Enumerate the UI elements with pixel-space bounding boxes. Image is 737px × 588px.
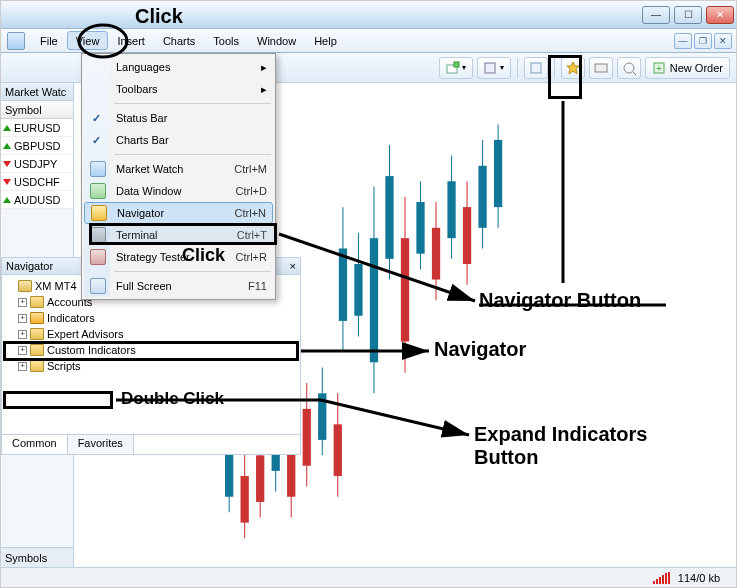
svg-rect-47 [225, 450, 233, 497]
tree-expand-button[interactable]: + [18, 346, 27, 355]
svg-point-6 [624, 63, 634, 73]
menu-item-full-screen[interactable]: Full ScreenF11 [84, 275, 273, 297]
menu-item-languages[interactable]: Languages▸ [84, 56, 273, 78]
market-watch-tab[interactable]: Symbols [1, 547, 73, 567]
menu-item-status-bar[interactable]: Status Bar [84, 107, 273, 129]
terminal-button[interactable] [589, 57, 613, 79]
menu-item-navigator[interactable]: NavigatorCtrl+N [84, 202, 273, 224]
market-watch-row[interactable]: GBPUSD [1, 137, 73, 155]
svg-rect-30 [354, 264, 362, 316]
navigator-title: Navigator [6, 260, 53, 272]
arrow-up-icon [3, 125, 11, 131]
menu-help[interactable]: Help [305, 29, 346, 52]
tree-item-custom-indicators[interactable]: +Custom Indicators [6, 342, 296, 358]
menu-item-label: Market Watch [116, 163, 183, 175]
tree-item-expert-advisors[interactable]: +Expert Advisors [6, 326, 296, 342]
market-watch-button[interactable] [524, 57, 548, 79]
maximize-button[interactable]: ☐ [674, 6, 702, 24]
new-order-button[interactable]: + New Order [645, 57, 730, 79]
svg-rect-5 [595, 64, 607, 72]
toolbar-separator [517, 58, 518, 78]
strategy-tester-button[interactable] [617, 57, 641, 79]
tree-item-indicators[interactable]: +Indicators [6, 310, 296, 326]
strategy-tester-icon [90, 249, 106, 265]
profiles-button[interactable]: ▾ [477, 57, 511, 79]
mdi-restore-button[interactable]: ❐ [694, 33, 712, 49]
svg-rect-34 [416, 202, 424, 254]
folder-icon [30, 328, 44, 340]
menu-item-charts-bar[interactable]: Charts Bar [84, 129, 273, 151]
tree-item-scripts[interactable]: +Scripts [6, 358, 296, 374]
navigator-tab-favorites[interactable]: Favorites [68, 435, 134, 454]
svg-rect-40 [303, 409, 311, 466]
market-watch-row[interactable]: EURUSD [1, 119, 73, 137]
menu-item-market-watch[interactable]: Market WatchCtrl+M [84, 158, 273, 180]
svg-rect-2 [485, 63, 495, 73]
arrow-down-icon [3, 161, 11, 167]
menu-window[interactable]: Window [248, 29, 305, 52]
menu-separator [114, 103, 271, 104]
tree-item-label: XM MT4 [35, 280, 77, 292]
menu-item-shortcut: Ctrl+M [234, 163, 267, 175]
app-icon [7, 32, 25, 50]
menu-item-strategy-tester[interactable]: Strategy TesterCtrl+R [84, 246, 273, 268]
tree-expand-button[interactable]: + [18, 330, 27, 339]
status-bandwidth: 114/0 kb [678, 572, 720, 584]
menu-item-label: Charts Bar [116, 134, 169, 146]
tree-expand-button[interactable]: + [18, 314, 27, 323]
menu-item-label: Languages [116, 61, 170, 73]
menu-item-label: Terminal [116, 229, 158, 241]
close-button[interactable]: ✕ [706, 6, 734, 24]
market-watch-column-symbol[interactable]: Symbol [1, 101, 73, 119]
mdi-close-button[interactable]: ✕ [714, 33, 732, 49]
navigator-icon [91, 205, 107, 221]
submenu-arrow-icon: ▸ [261, 61, 267, 74]
new-order-label: New Order [670, 62, 723, 74]
market-watch-row[interactable]: AUDUSD [1, 191, 73, 209]
tree-item-label: Scripts [47, 360, 81, 372]
market-watch-row[interactable]: USDCHF [1, 173, 73, 191]
svg-rect-45 [256, 455, 264, 502]
tree-item-label: Custom Indicators [47, 344, 136, 356]
folder-icon [18, 280, 32, 292]
tree-expand-button[interactable]: + [18, 362, 27, 371]
tree-expand-button[interactable]: + [18, 298, 27, 307]
svg-rect-41 [318, 393, 326, 440]
menu-insert[interactable]: Insert [108, 29, 154, 52]
full-screen-icon [90, 278, 106, 294]
menu-item-toolbars[interactable]: Toolbars▸ [84, 78, 273, 100]
menu-item-terminal[interactable]: TerminalCtrl+T [84, 224, 273, 246]
symbol-label: USDJPY [14, 158, 57, 170]
new-chart-button[interactable]: ▾ [439, 57, 473, 79]
tree-item-label: Indicators [47, 312, 95, 324]
menu-item-label: Full Screen [116, 280, 172, 292]
statusbar: 114/0 kb [1, 567, 736, 587]
symbol-label: AUDUSD [14, 194, 60, 206]
arrow-up-icon [3, 197, 11, 203]
minimize-button[interactable]: — [642, 6, 670, 24]
navigator-button[interactable] [561, 57, 585, 79]
menu-item-label: Data Window [116, 185, 181, 197]
menubar: File View Insert Charts Tools Window Hel… [1, 29, 736, 53]
chevron-down-icon: ▾ [500, 63, 504, 72]
navigator-tab-common[interactable]: Common [2, 435, 68, 454]
menu-item-shortcut: F11 [248, 280, 267, 292]
menu-tools[interactable]: Tools [204, 29, 248, 52]
svg-rect-32 [385, 176, 393, 259]
market-watch-row[interactable]: USDJPY [1, 155, 73, 173]
menu-item-data-window[interactable]: Data WindowCtrl+D [84, 180, 273, 202]
folder-icon [30, 360, 44, 372]
menu-view[interactable]: View [67, 31, 109, 50]
svg-text:+: + [656, 63, 662, 74]
navigator-close-button[interactable]: × [290, 260, 296, 272]
folder-icon [30, 296, 44, 308]
menu-charts[interactable]: Charts [154, 29, 204, 52]
menu-item-label: Toolbars [116, 83, 158, 95]
svg-rect-31 [370, 238, 378, 362]
menu-file[interactable]: File [31, 29, 67, 52]
mdi-minimize-button[interactable]: — [674, 33, 692, 49]
market-watch-icon [90, 161, 106, 177]
svg-rect-3 [531, 63, 541, 73]
tree-item-label: Expert Advisors [47, 328, 123, 340]
view-menu-dropdown: Languages▸Toolbars▸Status BarCharts BarM… [81, 53, 276, 300]
